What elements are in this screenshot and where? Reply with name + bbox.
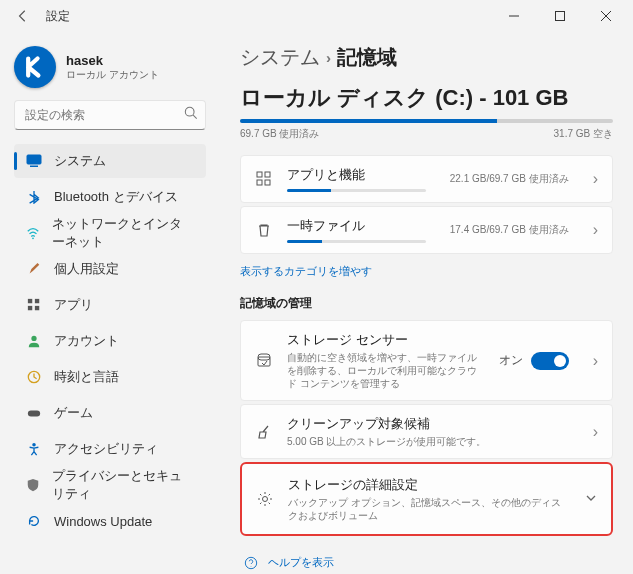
advanced-storage-card[interactable]: ストレージの詳細設定 バックアップ オプション、記憶域スペース、その他のディスク… (240, 462, 613, 536)
gaming-icon (26, 405, 42, 421)
breadcrumb-page: 記憶域 (337, 44, 397, 71)
chevron-right-icon: › (593, 170, 598, 188)
person-icon (26, 333, 42, 349)
shield-icon (26, 477, 40, 493)
disk-title: ローカル ディスク (C:) - 101 GB (240, 83, 613, 113)
sidebar-item-privacy[interactable]: プライバシーとセキュリティ (14, 468, 206, 502)
sidebar-item-personalization[interactable]: 個人用設定 (14, 252, 206, 286)
svg-point-2 (18, 50, 52, 84)
brush-icon (26, 261, 42, 277)
storage-sense-card[interactable]: ストレージ センサー 自動的に空き領域を増やす、一時ファイルを削除する、ローカル… (240, 320, 613, 401)
svg-point-3 (185, 107, 194, 116)
content: hasek ローカル アカウント システム Bluetooth とデバイス ネッ… (0, 32, 633, 574)
cleanup-desc: 5.00 GB 以上のストレージが使用可能です。 (287, 435, 569, 448)
svg-rect-16 (257, 172, 262, 177)
svg-point-15 (32, 443, 36, 447)
svg-rect-8 (28, 299, 32, 303)
storage-sense-desc: 自動的に空き領域を増やす、一時ファイルを削除する、ローカルで利用可能なクラウド … (287, 351, 485, 390)
chevron-right-icon: › (593, 423, 598, 441)
disk-usage-bar (240, 119, 613, 123)
sidebar-item-label: アクセシビリティ (54, 440, 158, 458)
advanced-title: ストレージの詳細設定 (288, 476, 561, 494)
sidebar-item-system[interactable]: システム (14, 144, 206, 178)
apps-icon (26, 297, 42, 313)
minimize-icon (509, 11, 519, 21)
sidebar-item-accounts[interactable]: アカウント (14, 324, 206, 358)
settings-window: 設定 hasek ローカル アカウント (0, 0, 633, 574)
sidebar-item-label: プライバシーとセキュリティ (52, 467, 194, 503)
svg-rect-14 (28, 410, 40, 416)
titlebar: 設定 (0, 0, 633, 32)
account-name: hasek (66, 53, 159, 68)
sidebar-item-label: 時刻と言語 (54, 368, 119, 386)
show-more-link[interactable]: 表示するカテゴリを増やす (240, 264, 613, 279)
help-link[interactable]: ヘルプを表示 (240, 549, 613, 574)
close-icon (601, 11, 611, 21)
gear-icon (256, 490, 274, 508)
sidebar-item-label: Bluetooth とデバイス (54, 188, 178, 206)
search-input[interactable] (14, 100, 206, 130)
svg-rect-10 (28, 306, 32, 310)
window-controls (495, 2, 625, 30)
accessibility-icon (26, 441, 42, 457)
trash-icon (255, 221, 273, 239)
back-button[interactable] (8, 1, 38, 31)
svg-rect-9 (35, 299, 39, 303)
account-block[interactable]: hasek ローカル アカウント (14, 46, 206, 88)
sidebar-item-label: 個人用設定 (54, 260, 119, 278)
sidebar-item-accessibility[interactable]: アクセシビリティ (14, 432, 206, 466)
search-icon (184, 106, 198, 124)
search-box (14, 100, 206, 130)
sidebar-item-label: アカウント (54, 332, 119, 350)
minimize-button[interactable] (495, 2, 533, 30)
category-title: アプリと機能 (287, 166, 426, 184)
storage-sense-toggle[interactable] (531, 352, 569, 370)
sidebar-item-bluetooth[interactable]: Bluetooth とデバイス (14, 180, 206, 214)
cleanup-title: クリーンアップ対象候補 (287, 415, 569, 433)
svg-point-12 (31, 336, 36, 341)
svg-rect-17 (265, 172, 270, 177)
disk-used-label: 69.7 GB 使用済み (240, 127, 319, 141)
category-apps[interactable]: アプリと機能 22.1 GB/69.7 GB 使用済み › (240, 155, 613, 203)
help-label: ヘルプを表示 (268, 555, 334, 570)
category-usage: 17.4 GB/69.7 GB 使用済み (450, 223, 569, 237)
sidebar-item-update[interactable]: Windows Update (14, 504, 206, 538)
maximize-button[interactable] (541, 2, 579, 30)
breadcrumb: システム › 記憶域 (240, 44, 613, 71)
network-icon (26, 225, 40, 241)
category-usage: 22.1 GB/69.7 GB 使用済み (450, 172, 569, 186)
sidebar-item-label: ゲーム (54, 404, 93, 422)
svg-rect-18 (257, 180, 262, 185)
svg-point-23 (245, 557, 256, 568)
svg-rect-19 (265, 180, 270, 185)
category-title: 一時ファイル (287, 217, 426, 235)
arrow-left-icon (16, 9, 30, 23)
close-button[interactable] (587, 2, 625, 30)
sidebar-item-label: アプリ (54, 296, 93, 314)
sidebar-item-network[interactable]: ネットワークとインターネット (14, 216, 206, 250)
avatar (14, 46, 56, 88)
category-temp[interactable]: 一時ファイル 17.4 GB/69.7 GB 使用済み › (240, 206, 613, 254)
account-type: ローカル アカウント (66, 68, 159, 82)
sidebar-item-time[interactable]: 時刻と言語 (14, 360, 206, 394)
main: システム › 記憶域 ローカル ディスク (C:) - 101 GB 69.7 … (220, 32, 633, 574)
svg-point-7 (32, 237, 34, 239)
apps-category-icon (255, 170, 273, 188)
broom-icon (255, 423, 273, 441)
storage-mgmt-heading: 記憶域の管理 (240, 295, 613, 312)
advanced-desc: バックアップ オプション、記憶域スペース、その他のディスクおよびボリューム (288, 496, 561, 522)
disk-free-label: 31.7 GB 空き (554, 127, 613, 141)
svg-rect-11 (35, 306, 39, 310)
breadcrumb-root[interactable]: システム (240, 44, 320, 71)
system-icon (26, 153, 42, 169)
chevron-right-icon: › (326, 49, 331, 66)
cleanup-card[interactable]: クリーンアップ対象候補 5.00 GB 以上のストレージが使用可能です。 › (240, 404, 613, 459)
sidebar: hasek ローカル アカウント システム Bluetooth とデバイス ネッ… (0, 32, 220, 574)
storage-sense-icon (255, 352, 273, 370)
chevron-right-icon: › (593, 221, 598, 239)
sidebar-item-apps[interactable]: アプリ (14, 288, 206, 322)
svg-point-22 (263, 497, 268, 502)
bluetooth-icon (26, 189, 42, 205)
svg-line-4 (193, 115, 197, 119)
sidebar-item-gaming[interactable]: ゲーム (14, 396, 206, 430)
